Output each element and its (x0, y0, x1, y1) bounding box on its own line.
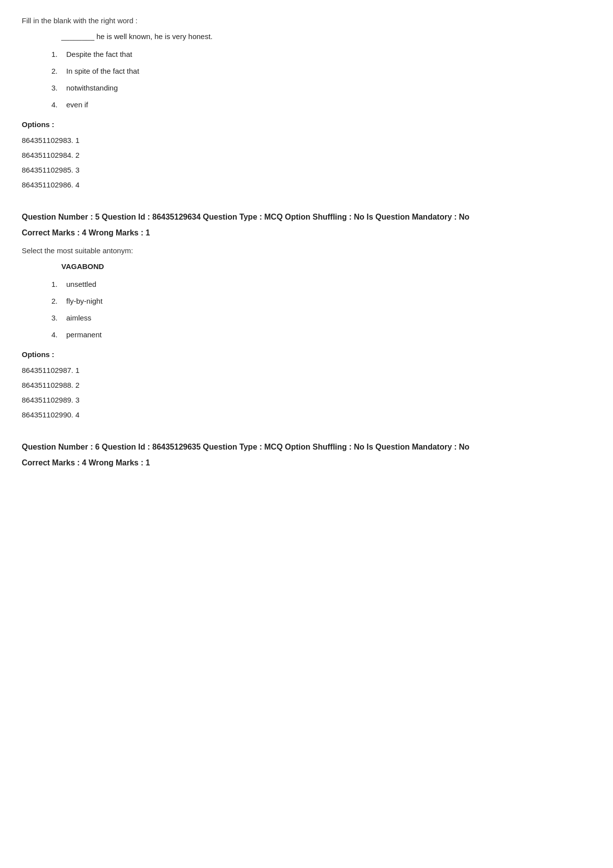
q4-choice-1-num: 1. (51, 48, 66, 60)
q4-option-id-2: 864351102984. 2 (22, 149, 591, 161)
q4-option-id-3: 864351102985. 3 (22, 164, 591, 176)
q5-option-ids: 864351102987. 1 864351102988. 2 86435110… (22, 365, 591, 421)
q5-choice-4-text: permanent (66, 329, 102, 341)
q4-blank: ________ he is well known, he is very ho… (22, 31, 591, 43)
q5-options-label: Options : (22, 349, 591, 361)
q5-choice-2-text: fly-by-night (66, 295, 102, 307)
q4-choice-4-num: 4. (51, 99, 66, 111)
q5-choice-3-text: aimless (66, 312, 91, 324)
question-4-block: Fill in the blank with the right word : … (22, 15, 591, 191)
question-5-block: Question Number : 5 Question Id : 864351… (22, 211, 591, 421)
q4-instruction: Fill in the blank with the right word : (22, 15, 591, 27)
q5-choice-4: 4. permanent (51, 329, 591, 341)
q4-choice-3: 3. notwithstanding (51, 82, 591, 94)
q6-header: Question Number : 6 Question Id : 864351… (22, 441, 591, 454)
q4-choice-1: 1. Despite the fact that (51, 48, 591, 60)
q4-choice-2: 2. In spite of the fact that (51, 65, 591, 77)
q5-option-id-3: 864351102989. 3 (22, 394, 591, 406)
q5-option-id-2: 864351102988. 2 (22, 379, 591, 391)
q5-choice-1-text: unsettled (66, 278, 96, 290)
q5-choice-1: 1. unsettled (51, 278, 591, 290)
q4-choices: 1. Despite the fact that 2. In spite of … (51, 48, 591, 111)
q4-options-label: Options : (22, 119, 591, 131)
q5-choices: 1. unsettled 2. fly-by-night 3. aimless … (51, 278, 591, 341)
q5-correct-marks: Correct Marks : 4 Wrong Marks : 1 (22, 227, 591, 239)
q5-choice-1-num: 1. (51, 278, 66, 290)
q5-option-id-1: 864351102987. 1 (22, 365, 591, 376)
q4-option-ids: 864351102983. 1 864351102984. 2 86435110… (22, 135, 591, 191)
q5-choice-4-num: 4. (51, 329, 66, 341)
q4-option-id-4: 864351102986. 4 (22, 179, 591, 191)
q4-choice-1-text: Despite the fact that (66, 48, 132, 60)
q5-header: Question Number : 5 Question Id : 864351… (22, 211, 591, 224)
q5-choice-3: 3. aimless (51, 312, 591, 324)
q5-choice-2-num: 2. (51, 295, 66, 307)
q4-choice-3-num: 3. (51, 82, 66, 94)
q4-choice-4-text: even if (66, 99, 88, 111)
q5-instruction: Select the most suitable antonym: (22, 245, 591, 257)
q5-option-id-4: 864351102990. 4 (22, 409, 591, 421)
q6-correct-marks: Correct Marks : 4 Wrong Marks : 1 (22, 457, 591, 469)
question-6-block: Question Number : 6 Question Id : 864351… (22, 441, 591, 469)
q5-choice-2: 2. fly-by-night (51, 295, 591, 307)
q4-choice-3-text: notwithstanding (66, 82, 118, 94)
q4-choice-2-num: 2. (51, 65, 66, 77)
q4-choice-2-text: In spite of the fact that (66, 65, 139, 77)
q4-choice-4: 4. even if (51, 99, 591, 111)
q5-choice-3-num: 3. (51, 312, 66, 324)
q5-word: VAGABOND (22, 261, 591, 273)
q4-option-id-1: 864351102983. 1 (22, 135, 591, 146)
